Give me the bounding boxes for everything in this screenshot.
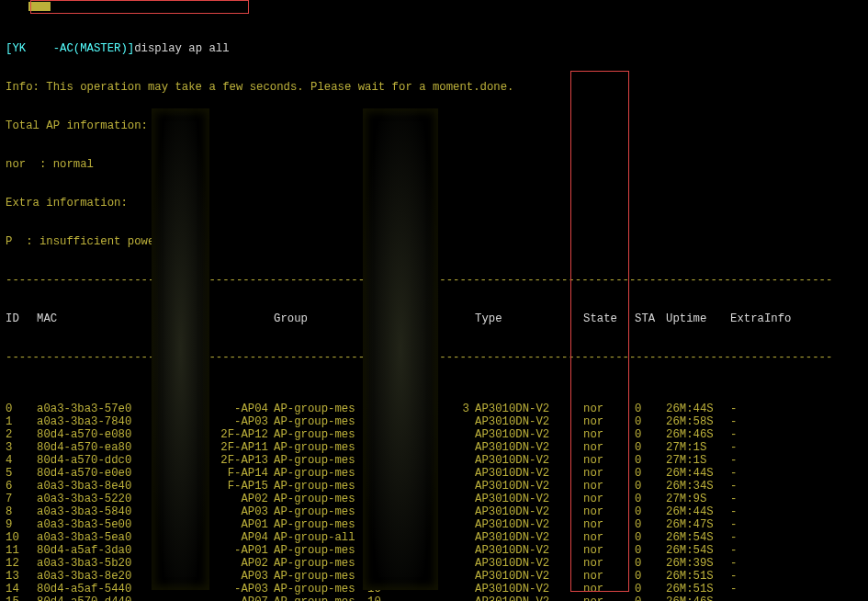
hdr-type: Type <box>475 312 583 325</box>
hdr-extra: ExtraInfo <box>730 312 767 325</box>
hdr-group: Group <box>274 312 367 325</box>
hdr-state: State <box>583 312 635 325</box>
redacted-logo <box>28 2 51 11</box>
table-row: 1580d4-a570-d440-AP07AP-group-mes10AP301… <box>6 595 767 601</box>
hdr-mac: MAC <box>37 312 154 325</box>
redacted-ip-column <box>363 108 438 590</box>
highlight-command <box>30 0 249 14</box>
redacted-name-column <box>152 108 209 590</box>
hdr-uptime: Uptime <box>666 312 730 325</box>
hdr-id: ID <box>6 312 37 325</box>
hdr-sta: STA <box>635 312 666 325</box>
info-line: Info: This operation may take a few seco… <box>6 81 862 94</box>
prompt-line: [YK -AC(MASTER)]display ap all <box>6 42 862 55</box>
terminal-output[interactable]: [YK -AC(MASTER)]display ap all Info: Thi… <box>0 0 868 601</box>
